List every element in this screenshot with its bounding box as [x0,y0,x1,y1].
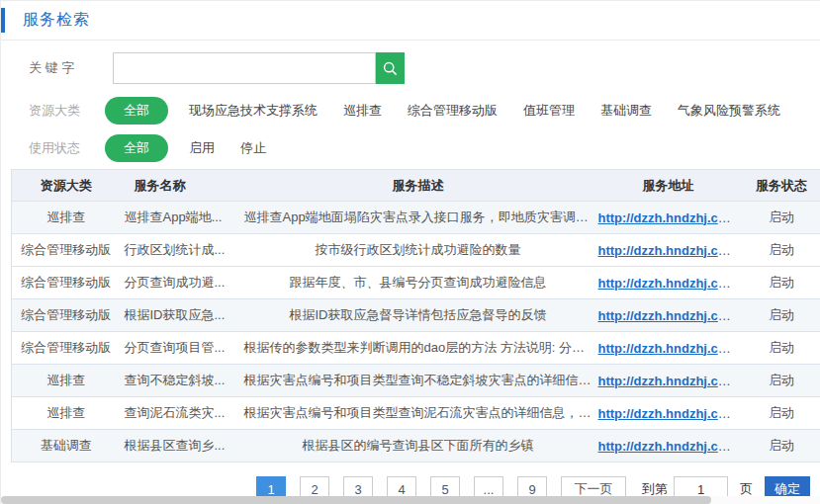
cell-description: 跟据年度、市、县编号分页查询成功避险信息 [241,267,595,299]
service-url-link[interactable]: http://dzzh.hndzhj.com... [598,276,742,291]
search-button[interactable] [376,52,405,84]
status-badge: 启动 [742,430,820,462]
horizontal-scrollbar [1,496,820,504]
cell-service-name: 根据县区查询乡... [121,430,241,462]
usage-status-filter: 使用状态 全部 启用 停止 [29,135,820,161]
column-header-url: 服务地址 [595,170,742,202]
search-icon [382,60,399,77]
status-badge: 启动 [742,365,820,397]
horizontal-scrollbar-thumb[interactable] [1,496,711,504]
title-accent-bar [1,8,5,33]
service-url-link[interactable]: http://dzzh.hndzhj.com... [598,374,742,388]
cell-description: 根据ID获取应急督导详情包括应急督导的反馈 [241,299,595,332]
title-bar: 服务检索 [1,1,820,41]
filter-option-all[interactable]: 全部 [105,97,168,125]
status-badge: 启动 [742,267,820,299]
status-badge: 启动 [742,234,820,267]
filter-option-field-emergency-system[interactable]: 现场应急技术支撑系统 [176,98,330,124]
status-option-all[interactable]: 全部 [105,134,168,162]
status-option-stopped[interactable]: 停止 [228,135,279,161]
page-title: 服务检索 [23,10,90,31]
cell-description: 根据县区的编号查询县区下面所有的乡镇 [241,430,595,462]
cell-service-name: 查询泥石流类灾... [121,397,241,430]
column-header-status: 服务状态 [742,170,820,202]
cell-description: 按市级行政区划统计成功避险的数量 [241,234,595,267]
resource-category-label: 资源大类 [29,102,88,120]
cell-category: 巡排查 [12,397,121,430]
status-badge: 启动 [742,202,820,234]
table-row: 巡排查 查询泥石流类灾... 根据灾害点编号和项目类型查询泥石流灾害点的详细信息… [12,397,820,430]
keyword-search-row: 关 键 字 [29,52,820,84]
table-row: 综合管理移动版 行政区划统计成... 按市级行政区划统计成功避险的数量 http… [12,234,820,267]
cell-service-name: 行政区划统计成... [121,234,241,267]
column-header-description: 服务描述 [241,170,595,202]
cell-category: 综合管理移动版 [12,267,121,299]
filter-option-duty-management[interactable]: 值班管理 [510,98,588,124]
status-badge: 启动 [742,299,820,332]
keyword-input[interactable] [113,52,376,84]
table-header-row: 资源大类 服务名称 服务描述 服务地址 服务状态 [12,170,820,202]
column-header-category: 资源大类 [12,170,121,202]
table-row: 综合管理移动版 分页查询项目管... 根据传的参数类型来判断调用的dao层的方法… [12,332,820,365]
table-row: 综合管理移动版 根据ID获取应急... 根据ID获取应急督导详情包括应急督导的反… [12,299,820,332]
service-url-link[interactable]: http://dzzh.hndzhj.com... [598,210,742,225]
resource-category-filter: 资源大类 全部 现场应急技术支撑系统 巡排查 综合管理移动版 值班管理 基础调查… [29,98,820,124]
cell-category: 基础调查 [12,430,121,462]
cell-description: 根据灾害点编号和项目类型查询泥石流灾害点的详细信息，包含两卡... [241,397,595,430]
service-url-link[interactable]: http://dzzh.hndzhj.com... [598,308,742,323]
cell-category: 巡排查 [12,202,121,234]
cell-service-name: 分页查询项目管... [121,332,241,365]
table-row: 巡排查 查询不稳定斜坡... 根据灾害点编号和项目类型查询不稳定斜坡灾害点的详细… [12,365,820,397]
usage-status-label: 使用状态 [29,139,88,157]
table-row: 基础调查 根据县区查询乡... 根据县区的编号查询县区下面所有的乡镇 http:… [12,430,820,462]
cell-category: 巡排查 [12,365,121,397]
cell-category: 综合管理移动版 [12,234,121,267]
service-table: 资源大类 服务名称 服务描述 服务地址 服务状态 巡排查 巡排查App端地...… [11,169,820,462]
filter-option-mobile-management[interactable]: 综合管理移动版 [395,98,510,124]
cell-description: 巡排查App端地面塌陷灾害点录入接口服务，即地质灾害调查基本信... [241,202,595,234]
keyword-label: 关 键 字 [29,59,88,77]
service-url-link[interactable]: http://dzzh.hndzhj.com... [598,341,742,356]
usage-status-options: 全部 启用 停止 [105,134,279,162]
column-header-name: 服务名称 [121,170,241,202]
service-url-link[interactable]: http://dzzh.hndzhj.com... [598,243,742,258]
service-url-link[interactable]: http://dzzh.hndzhj.com... [598,406,742,421]
table-row: 综合管理移动版 分页查询成功避... 跟据年度、市、县编号分页查询成功避险信息 … [12,267,820,299]
cell-category: 综合管理移动版 [12,299,121,332]
service-url-link[interactable]: http://dzzh.hndzhj.com... [598,439,742,454]
cell-description: 根据灾害点编号和项目类型查询不稳定斜坡灾害点的详细信息,包括详... [241,365,595,397]
filter-option-patrol-check[interactable]: 巡排查 [330,98,395,124]
cell-service-name: 分页查询成功避... [121,267,241,299]
status-badge: 启动 [742,397,820,430]
resource-category-options: 全部 现场应急技术支撑系统 巡排查 综合管理移动版 值班管理 基础调查 气象风险… [105,97,793,125]
filter-option-weather-risk-system[interactable]: 气象风险预警系统 [665,98,793,124]
cell-description: 根据传的参数类型来判断调用的dao层的方法 方法说明: 分页查询 调... [241,332,595,365]
status-badge: 启动 [742,332,820,365]
cell-service-name: 查询不稳定斜坡... [121,365,241,397]
cell-category: 综合管理移动版 [12,332,121,365]
cell-service-name: 巡排查App端地... [121,202,241,234]
filter-option-basic-survey[interactable]: 基础调查 [588,98,665,124]
cell-service-name: 根据ID获取应急... [121,299,241,332]
table-row: 巡排查 巡排查App端地... 巡排查App端地面塌陷灾害点录入接口服务，即地质… [12,202,820,234]
status-option-enabled[interactable]: 启用 [176,135,228,161]
